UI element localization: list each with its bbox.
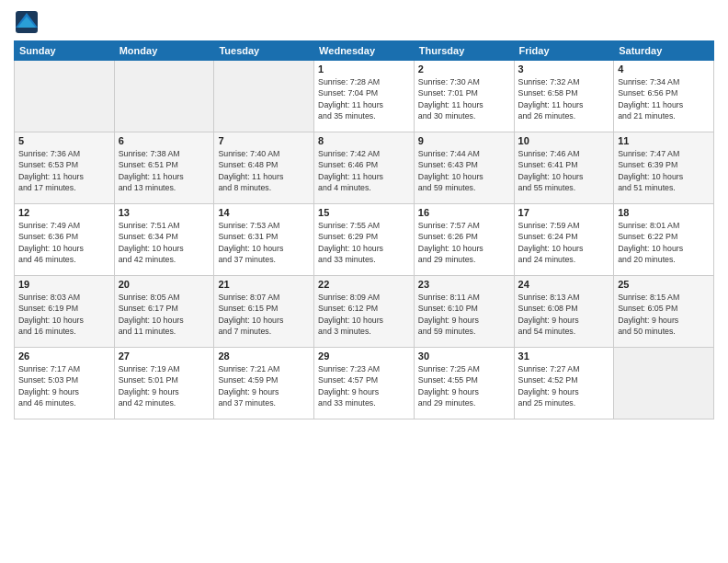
week-row-5: 26Sunrise: 7:17 AMSunset: 5:03 PMDayligh… (15, 348, 714, 419)
day-info: Sunrise: 7:27 AMSunset: 4:52 PMDaylight:… (518, 363, 610, 408)
day-cell: 22Sunrise: 8:09 AMSunset: 6:12 PMDayligh… (314, 276, 415, 348)
week-row-3: 12Sunrise: 7:49 AMSunset: 6:36 PMDayligh… (15, 204, 714, 276)
day-number: 23 (418, 279, 510, 290)
day-number: 26 (18, 350, 110, 362)
day-number: 29 (318, 350, 410, 362)
day-number: 18 (618, 207, 710, 218)
day-info: Sunrise: 7:49 AMSunset: 6:36 PMDaylight:… (18, 220, 110, 265)
day-number: 7 (218, 135, 310, 146)
day-number: 15 (318, 207, 410, 218)
day-info: Sunrise: 7:19 AMSunset: 5:01 PMDaylight:… (119, 363, 210, 408)
day-cell: 2Sunrise: 7:30 AMSunset: 7:01 PMDaylight… (414, 61, 514, 132)
day-cell: 6Sunrise: 7:38 AMSunset: 6:51 PMDaylight… (114, 132, 214, 204)
day-info: Sunrise: 7:46 AMSunset: 6:41 PMDaylight:… (518, 148, 610, 193)
day-number: 16 (418, 207, 510, 218)
day-info: Sunrise: 8:05 AMSunset: 6:17 PMDaylight:… (119, 292, 210, 337)
day-info: Sunrise: 8:13 AMSunset: 6:08 PMDaylight:… (518, 292, 610, 337)
day-cell: 24Sunrise: 8:13 AMSunset: 6:08 PMDayligh… (514, 276, 614, 348)
day-cell (15, 61, 115, 132)
day-info: Sunrise: 8:15 AMSunset: 6:05 PMDaylight:… (618, 292, 710, 337)
day-number: 8 (318, 135, 410, 146)
day-number: 13 (119, 207, 210, 218)
day-cell: 9Sunrise: 7:44 AMSunset: 6:43 PMDaylight… (414, 132, 514, 204)
day-cell: 25Sunrise: 8:15 AMSunset: 6:05 PMDayligh… (614, 276, 714, 348)
header (14, 9, 714, 35)
day-cell: 13Sunrise: 7:51 AMSunset: 6:34 PMDayligh… (114, 204, 214, 276)
day-header-sunday: Sunday (15, 41, 115, 61)
day-cell: 31Sunrise: 7:27 AMSunset: 4:52 PMDayligh… (514, 348, 614, 419)
calendar: SundayMondayTuesdayWednesdayThursdayFrid… (14, 40, 714, 419)
day-info: Sunrise: 7:28 AMSunset: 7:04 PMDaylight:… (318, 76, 410, 121)
day-number: 1 (318, 63, 410, 75)
calendar-header-row: SundayMondayTuesdayWednesdayThursdayFrid… (15, 41, 714, 61)
day-number: 24 (518, 279, 610, 290)
logo-icon (14, 9, 40, 35)
day-info: Sunrise: 7:59 AMSunset: 6:24 PMDaylight:… (518, 220, 610, 265)
day-cell (114, 61, 214, 132)
day-number: 28 (218, 350, 310, 362)
week-row-4: 19Sunrise: 8:03 AMSunset: 6:19 PMDayligh… (15, 276, 714, 348)
day-cell: 12Sunrise: 7:49 AMSunset: 6:36 PMDayligh… (15, 204, 115, 276)
day-cell: 4Sunrise: 7:34 AMSunset: 6:56 PMDaylight… (614, 61, 714, 132)
day-info: Sunrise: 8:09 AMSunset: 6:12 PMDaylight:… (318, 292, 410, 337)
day-cell: 26Sunrise: 7:17 AMSunset: 5:03 PMDayligh… (15, 348, 115, 419)
day-info: Sunrise: 7:55 AMSunset: 6:29 PMDaylight:… (318, 220, 410, 265)
day-cell: 16Sunrise: 7:57 AMSunset: 6:26 PMDayligh… (414, 204, 514, 276)
day-info: Sunrise: 7:21 AMSunset: 4:59 PMDaylight:… (218, 363, 310, 408)
day-info: Sunrise: 7:51 AMSunset: 6:34 PMDaylight:… (119, 220, 210, 265)
day-cell: 17Sunrise: 7:59 AMSunset: 6:24 PMDayligh… (514, 204, 614, 276)
day-info: Sunrise: 7:23 AMSunset: 4:57 PMDaylight:… (318, 363, 410, 408)
day-info: Sunrise: 7:32 AMSunset: 6:58 PMDaylight:… (518, 76, 610, 121)
day-number: 9 (418, 135, 510, 146)
day-number: 31 (518, 350, 610, 362)
day-number: 4 (618, 63, 710, 75)
day-header-wednesday: Wednesday (314, 41, 415, 61)
day-cell: 11Sunrise: 7:47 AMSunset: 6:39 PMDayligh… (614, 132, 714, 204)
day-cell: 5Sunrise: 7:36 AMSunset: 6:53 PMDaylight… (15, 132, 115, 204)
day-number: 10 (518, 135, 610, 146)
day-header-saturday: Saturday (614, 41, 714, 61)
day-cell: 29Sunrise: 7:23 AMSunset: 4:57 PMDayligh… (314, 348, 415, 419)
day-cell: 18Sunrise: 8:01 AMSunset: 6:22 PMDayligh… (614, 204, 714, 276)
day-number: 5 (18, 135, 110, 146)
day-info: Sunrise: 7:17 AMSunset: 5:03 PMDaylight:… (18, 363, 110, 408)
day-info: Sunrise: 7:30 AMSunset: 7:01 PMDaylight:… (418, 76, 510, 121)
day-number: 14 (218, 207, 310, 218)
day-cell: 20Sunrise: 8:05 AMSunset: 6:17 PMDayligh… (114, 276, 214, 348)
day-cell: 8Sunrise: 7:42 AMSunset: 6:46 PMDaylight… (314, 132, 415, 204)
day-number: 22 (318, 279, 410, 290)
day-cell: 23Sunrise: 8:11 AMSunset: 6:10 PMDayligh… (414, 276, 514, 348)
day-cell: 19Sunrise: 8:03 AMSunset: 6:19 PMDayligh… (15, 276, 115, 348)
day-info: Sunrise: 7:44 AMSunset: 6:43 PMDaylight:… (418, 148, 510, 193)
day-number: 2 (418, 63, 510, 75)
day-cell (614, 348, 714, 419)
day-number: 25 (618, 279, 710, 290)
day-cell: 27Sunrise: 7:19 AMSunset: 5:01 PMDayligh… (114, 348, 214, 419)
day-cell (214, 61, 314, 132)
page: SundayMondayTuesdayWednesdayThursdayFrid… (0, 0, 728, 563)
day-cell: 1Sunrise: 7:28 AMSunset: 7:04 PMDaylight… (314, 61, 415, 132)
day-cell: 7Sunrise: 7:40 AMSunset: 6:48 PMDaylight… (214, 132, 314, 204)
week-row-1: 1Sunrise: 7:28 AMSunset: 7:04 PMDaylight… (15, 61, 714, 132)
day-info: Sunrise: 7:47 AMSunset: 6:39 PMDaylight:… (618, 148, 710, 193)
day-info: Sunrise: 7:40 AMSunset: 6:48 PMDaylight:… (218, 148, 310, 193)
day-info: Sunrise: 7:38 AMSunset: 6:51 PMDaylight:… (119, 148, 210, 193)
logo (14, 9, 43, 35)
day-cell: 14Sunrise: 7:53 AMSunset: 6:31 PMDayligh… (214, 204, 314, 276)
day-header-tuesday: Tuesday (214, 41, 314, 61)
day-info: Sunrise: 8:11 AMSunset: 6:10 PMDaylight:… (418, 292, 510, 337)
day-cell: 10Sunrise: 7:46 AMSunset: 6:41 PMDayligh… (514, 132, 614, 204)
day-number: 11 (618, 135, 710, 146)
day-cell: 28Sunrise: 7:21 AMSunset: 4:59 PMDayligh… (214, 348, 314, 419)
day-header-monday: Monday (114, 41, 214, 61)
day-number: 21 (218, 279, 310, 290)
day-cell: 30Sunrise: 7:25 AMSunset: 4:55 PMDayligh… (414, 348, 514, 419)
day-number: 3 (518, 63, 610, 75)
day-cell: 15Sunrise: 7:55 AMSunset: 6:29 PMDayligh… (314, 204, 415, 276)
day-info: Sunrise: 7:25 AMSunset: 4:55 PMDaylight:… (418, 363, 510, 408)
day-header-friday: Friday (514, 41, 614, 61)
day-number: 17 (518, 207, 610, 218)
day-number: 12 (18, 207, 110, 218)
day-cell: 3Sunrise: 7:32 AMSunset: 6:58 PMDaylight… (514, 61, 614, 132)
day-number: 20 (119, 279, 210, 290)
